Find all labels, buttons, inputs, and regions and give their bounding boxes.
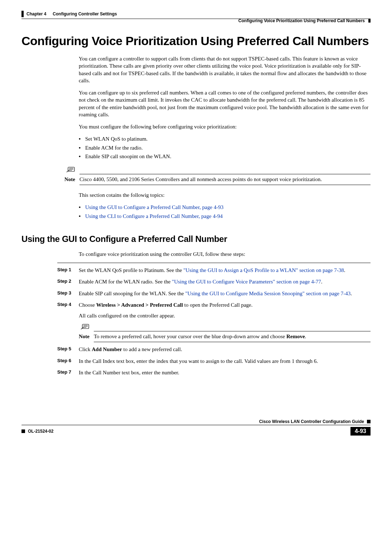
note-text: Cisco 4400, 5500, and 2106 Series Contro… <box>79 176 371 183</box>
step-row: Step 5 Click Add Number to add a new pre… <box>57 346 371 353</box>
note-text-bold: Remove <box>286 334 305 339</box>
steps-list-continued: Step 5 Click Add Number to add a new pre… <box>57 346 371 376</box>
step-body: Set the WLAN QoS profile to Platinum. Se… <box>79 267 371 274</box>
prereq-item: Enable ACM for the radio. <box>85 144 371 151</box>
note-block-2: Note To remove a preferred call, hover y… <box>79 324 371 342</box>
step-row: Step 1 Set the WLAN QoS profile to Plati… <box>57 267 371 274</box>
step-body: Click Add Number to add a new preferred … <box>79 346 371 353</box>
step-bold: Wireless > Advanced > Preferred Call <box>96 302 183 308</box>
step-body: Enable ACM for the WLAN radio. See the "… <box>79 278 371 285</box>
note-text-pre: To remove a preferred call, hover your c… <box>94 334 286 339</box>
step-number: Step 3 <box>57 290 79 297</box>
step-text-post: . <box>321 279 323 285</box>
step-subtext: All calls configured on the controller a… <box>79 312 371 319</box>
topic-link[interactable]: Using the GUI to Configure a Preferred C… <box>85 204 223 210</box>
step-row: Step 6 In the Call Index text box, enter… <box>57 358 371 365</box>
step-body: In the Call Index text box, enter the in… <box>79 358 371 365</box>
topic-link-item: Using the GUI to Configure a Preferred C… <box>85 204 371 211</box>
step-row: Step 7 In the Call Number text box, ente… <box>57 369 371 376</box>
topics-lead: This section cotains the followig topics… <box>79 191 371 199</box>
page-number: 4-93 <box>355 428 366 434</box>
step-text: Enable SIP call snooping for the WLAN. S… <box>79 291 185 296</box>
intro-para-1: You can configure a controller to suppor… <box>79 55 371 84</box>
step-row: Step 4 Choose Wireless > Advanced > Pref… <box>57 301 371 320</box>
step-text-post: to add a new preferred call. <box>122 346 182 352</box>
footer-decor-square <box>367 420 371 423</box>
step-text-mid: to open the Preferred Call page. <box>183 302 253 308</box>
note-icon <box>64 166 77 174</box>
step-text: Choose <box>79 302 96 308</box>
step-body: Choose Wireless > Advanced > Preferred C… <box>79 301 371 320</box>
gui-intro-text: To configure voice prioritization using … <box>79 251 371 258</box>
note-text: To remove a preferred call, hover your c… <box>94 334 371 340</box>
step-number: Step 2 <box>57 278 79 285</box>
topics-list: Using the GUI to Configure a Preferred C… <box>79 204 371 220</box>
step-number: Step 5 <box>57 346 79 353</box>
step-body: In the Call Number text box, enter the n… <box>79 369 371 376</box>
running-header-right: Configuring Voice Prioritization Using P… <box>21 18 371 23</box>
note-icon <box>79 324 92 331</box>
note-text-post: . <box>305 334 306 339</box>
step-number: Step 7 <box>57 369 79 376</box>
step-xref-link[interactable]: "Using the GUI to Assign a QoS Profile t… <box>183 267 344 273</box>
step-number: Step 4 <box>57 301 79 320</box>
section-heading-h1: Configuring Voice Prioritization Using P… <box>21 34 371 48</box>
step-number: Step 6 <box>57 358 79 365</box>
header-decor-bar <box>21 11 24 17</box>
step-xref-link[interactable]: "Using the GUI to Configure Media Sessio… <box>185 291 350 296</box>
step-row: Step 3 Enable SIP call snooping for the … <box>57 290 371 297</box>
page-number-box: 4-93 <box>350 427 371 436</box>
footer-left: OL-21524-02 <box>21 429 53 434</box>
section-heading-h2: Using the GUI to Configure a Preferred C… <box>21 234 371 244</box>
footer-doc-id: OL-21524-02 <box>28 429 53 434</box>
note-label: Note <box>64 176 79 183</box>
step-text-post: . <box>350 291 352 296</box>
steps-list: Step 1 Set the WLAN QoS profile to Plati… <box>57 263 371 319</box>
note-label: Note <box>79 334 94 340</box>
header-decor-square <box>368 19 371 23</box>
step-xref-link[interactable]: "Using the GUI to Configure Voice Parame… <box>172 279 321 285</box>
step-text-post: . <box>344 267 345 273</box>
intro-para-3: You must configure the following before … <box>79 123 371 130</box>
step-text: Set the WLAN QoS profile to Platinum. Se… <box>79 267 183 273</box>
step-body: Enable SIP call snooping for the WLAN. S… <box>79 290 371 297</box>
note-block-1: Note Cisco 4400, 5500, and 2106 Series C… <box>64 166 371 185</box>
gui-intro-block: To configure voice prioritization using … <box>79 251 371 258</box>
footer-guide-title-row: Cisco Wireless LAN Controller Configurat… <box>21 419 371 424</box>
step-text: Click <box>79 346 92 352</box>
topics-lead-block: This section cotains the followig topics… <box>79 191 371 220</box>
step-number: Step 1 <box>57 267 79 274</box>
prereq-list: Set WLAN QoS to platinum. Enable ACM for… <box>79 135 371 160</box>
running-header-left: Chapter 4 Configuring Controller Setting… <box>21 11 371 17</box>
running-head-text: Configuring Voice Prioritization Using P… <box>238 18 365 23</box>
footer-guide-title: Cisco Wireless LAN Controller Configurat… <box>259 419 364 424</box>
chapter-title: Configuring Controller Settings <box>53 11 117 16</box>
topic-link[interactable]: Using the CLI to Configure a Preferred C… <box>85 213 223 219</box>
page-container: Chapter 4 Configuring Controller Setting… <box>0 0 392 453</box>
step-text: Enable ACM for the WLAN radio. See the <box>79 279 172 285</box>
step-row: Step 2 Enable ACM for the WLAN radio. Se… <box>57 278 371 285</box>
footer-decor-square <box>21 429 25 433</box>
prereq-item: Enable SIP call snoopint on the WLAN. <box>85 153 371 160</box>
step-bold: Add Number <box>92 346 122 352</box>
topic-link-item: Using the CLI to Configure a Preferred C… <box>85 213 371 220</box>
chapter-label: Chapter 4 <box>26 11 46 16</box>
intro-para-2: You can configure up to six preferred ca… <box>79 89 371 118</box>
intro-body: You can configure a controller to suppor… <box>79 55 371 160</box>
page-footer: Cisco Wireless LAN Controller Configurat… <box>21 419 371 436</box>
prereq-item: Set WLAN QoS to platinum. <box>85 135 371 142</box>
